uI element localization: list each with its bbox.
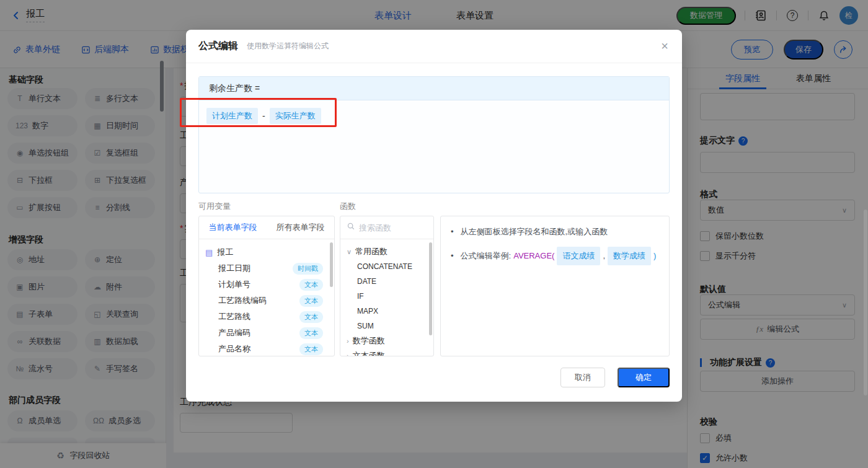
function-tree: ∨ 常用函数 CONCATENATEDATEIFMAPXSUM › 数学函数 › (340, 239, 433, 356)
type-badge: 文本 (299, 327, 323, 339)
function-group[interactable]: › 数学函数 (347, 333, 433, 348)
app-window: 报工 表单设计 表单设置 数据管理 ? 检 表单外链 后端脚本 (0, 0, 868, 468)
type-badge: 文本 (299, 311, 323, 323)
chevron-right-icon: › (347, 352, 349, 356)
help-line-2: 公式编辑举例: AVERAGE( 语文成绩 , 数学成绩 ) (451, 247, 659, 265)
example-chip: 数学成绩 (608, 247, 651, 265)
function-name: AVERAGE( (513, 249, 554, 263)
type-badge: 文本 (299, 279, 323, 291)
tab-all-form-fields[interactable]: 所有表单字段 (277, 222, 325, 233)
help-line-1: 从左侧面板选择字段名和函数,或输入函数 (451, 225, 659, 239)
function-item[interactable]: IF (347, 289, 433, 304)
modal-footer: 取消 确定 (560, 368, 670, 387)
type-badge: 时间戳 (293, 263, 323, 275)
search-icon (347, 222, 355, 233)
chevron-right-icon: › (347, 337, 349, 345)
functions-heading: 函数 (340, 201, 356, 212)
formula-editor-modal: 公式编辑 使用数学运算符编辑公式 × 剩余生产数 = 计划生产数 - 实际生产数… (186, 30, 682, 402)
modal-subtitle: 使用数学运算符编辑公式 (247, 41, 329, 51)
example-chip: 语文成绩 (557, 247, 600, 265)
collapsed-function-groups: › 数学函数 › 文本函数 (347, 333, 433, 356)
field-chip[interactable]: 实际生产数 (270, 108, 321, 124)
function-item[interactable]: SUM (347, 319, 433, 333)
variables-scrollbar[interactable] (330, 242, 333, 287)
confirm-button[interactable]: 确定 (618, 368, 670, 387)
formula-editor[interactable]: 剩余生产数 = 计划生产数 - 实际生产数 (198, 76, 670, 193)
common-function-items: CONCATENATEDATEIFMAPXSUM (347, 259, 433, 333)
functions-panel: ∨ 常用函数 CONCATENATEDATEIFMAPXSUM › 数学函数 › (340, 216, 434, 356)
search-input[interactable] (359, 223, 421, 232)
type-badge: 文本 (299, 343, 323, 355)
variables-list: ▤ 报工 报工日期 时间戳 计划单号 文本 (199, 239, 334, 356)
type-badge: 文本 (299, 295, 323, 307)
function-item[interactable]: MAPX (347, 304, 433, 319)
modal-header: 公式编辑 使用数学运算符编辑公式 × (186, 30, 682, 63)
form-root-item[interactable]: ▤ 报工 (205, 244, 328, 260)
function-item[interactable]: DATE (347, 274, 433, 289)
closing-paren: ) (653, 249, 656, 263)
variable-item[interactable]: 工艺路线 文本 (205, 309, 328, 325)
variable-items: 报工日期 时间戳 计划单号 文本 工艺路线编码 文本 (205, 260, 328, 356)
variable-item[interactable]: 工艺路线编码 文本 (205, 293, 328, 309)
variables-tabs: 当前表单字段 所有表单字段 (199, 216, 334, 239)
close-icon[interactable]: × (661, 40, 668, 52)
formula-expression[interactable]: 计划生产数 - 实际生产数 (199, 100, 669, 131)
variables-panel: 当前表单字段 所有表单字段 ▤ 报工 报工日期 时间戳 (198, 216, 335, 356)
document-icon: ▤ (205, 248, 213, 257)
cancel-button[interactable]: 取消 (560, 368, 605, 387)
function-item[interactable]: CONCATENATE (347, 259, 433, 274)
operator: - (262, 111, 265, 121)
variable-item[interactable]: 产品名称 文本 (205, 341, 328, 356)
tab-current-form-fields[interactable]: 当前表单字段 (209, 222, 257, 233)
function-search[interactable] (340, 216, 433, 239)
window-scrollbar[interactable] (864, 210, 867, 395)
modal-title: 公式编辑 (198, 40, 238, 53)
chevron-down-icon: ∨ (347, 248, 352, 256)
field-chip[interactable]: 计划生产数 (206, 108, 258, 124)
help-panel: 从左侧面板选择字段名和函数,或输入函数 公式编辑举例: AVERAGE( 语文成… (440, 216, 670, 356)
formula-target: 剩余生产数 = (199, 77, 669, 100)
variable-item[interactable]: 报工日期 时间戳 (205, 260, 328, 276)
variable-item[interactable]: 计划单号 文本 (205, 276, 328, 293)
function-group[interactable]: › 文本函数 (347, 348, 433, 356)
functions-scrollbar[interactable] (429, 242, 432, 335)
variables-heading: 可用变量 (198, 201, 231, 212)
group-common-functions[interactable]: ∨ 常用函数 (347, 244, 433, 259)
variable-item[interactable]: 产品编码 文本 (205, 325, 328, 341)
